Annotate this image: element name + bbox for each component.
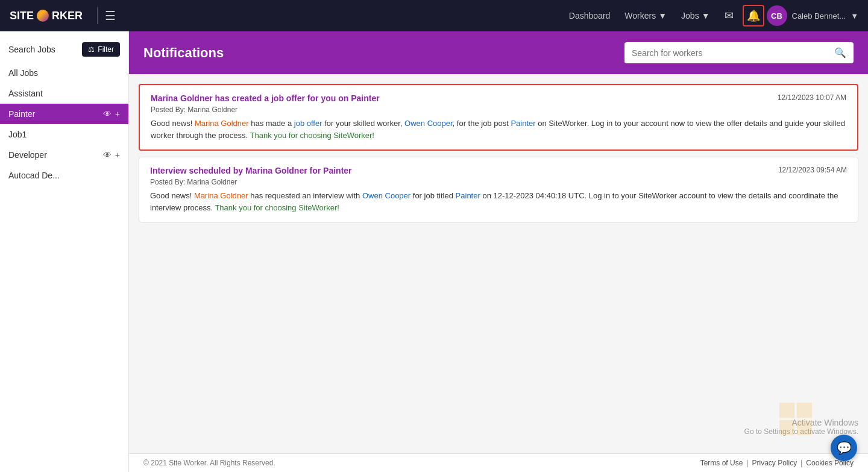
nav-dashboard[interactable]: Dashboard xyxy=(563,7,617,24)
sidebar-item-job1[interactable]: Job1 xyxy=(0,124,128,145)
hamburger-icon[interactable]: ☰ xyxy=(105,8,116,23)
workers-chevron-icon: ▼ xyxy=(658,11,667,20)
chat-bubble[interactable]: 💬 xyxy=(831,435,857,461)
nav-jobs[interactable]: Jobs ▼ xyxy=(675,7,715,24)
notif-highlight-thanks-2: Thank you for choosing SiteWorker! xyxy=(215,203,339,212)
brand-logo[interactable]: SITERKER xyxy=(10,10,83,22)
notif-highlight-name-2: Marina Goldner xyxy=(194,191,248,200)
footer-link-privacy[interactable]: Privacy Policy xyxy=(752,459,797,467)
eye-icon[interactable]: 👁 xyxy=(103,109,112,119)
notif-highlight-name-1: Marina Goldner xyxy=(195,119,249,128)
user-menu[interactable]: CB Caleb Bennet... ▼ xyxy=(767,5,859,26)
plus-icon-dev[interactable]: + xyxy=(115,150,120,160)
topnav: SITERKER ☰ Dashboard Workers ▼ Jobs ▼ ✉ … xyxy=(0,0,868,31)
notif-header-2: Interview scheduled by Marina Goldner fo… xyxy=(150,166,847,175)
filter-icon: ⚖ xyxy=(88,45,95,54)
sidebar-item-icons: 👁 + xyxy=(103,109,120,119)
brand-name: SITE xyxy=(10,10,34,22)
notification-icon-btn[interactable]: 🔔 xyxy=(743,5,764,27)
chat-icon: 💬 xyxy=(837,441,852,455)
notif-posted-1: Posted By: Marina Goldner xyxy=(151,105,846,114)
logo-circle-icon xyxy=(37,10,49,22)
footer-copyright: © 2021 Site Worker. All Rights Reserved. xyxy=(143,459,275,467)
avatar: CB xyxy=(767,5,787,26)
notif-body-1: Good news! Marina Goldner has made a job… xyxy=(151,118,846,141)
sidebar-item-assistant[interactable]: Assistant xyxy=(0,83,128,104)
search-button[interactable]: 🔍 xyxy=(827,42,854,63)
footer: © 2021 Site Worker. All Rights Reserved.… xyxy=(129,453,868,472)
sidebar-item-developer[interactable]: Developer 👁 + xyxy=(0,145,128,165)
plus-icon[interactable]: + xyxy=(115,109,120,119)
sidebar: Search Jobs ⚖ Filter All Jobs Assistant … xyxy=(0,31,129,472)
notification-card-2: Interview scheduled by Marina Goldner fo… xyxy=(139,157,858,222)
notif-posted-2: Posted By: Marina Goldner xyxy=(150,178,847,186)
page-header: Notifications 🔍 xyxy=(129,31,868,74)
filter-button[interactable]: ⚖ Filter xyxy=(82,42,120,57)
sidebar-item-painter[interactable]: Painter 👁 + xyxy=(0,104,128,124)
sidebar-search-label: Search Jobs xyxy=(8,45,55,54)
notif-highlight-job-1: Painter xyxy=(511,119,535,128)
page-title: Notifications xyxy=(143,45,224,61)
notif-date-2: 12/12/2023 09:54 AM xyxy=(778,166,847,174)
user-chevron-icon: ▼ xyxy=(851,11,858,20)
sidebar-developer-icons: 👁 + xyxy=(103,150,120,160)
nav-divider xyxy=(97,7,98,24)
notif-highlight-offer-1: job offer xyxy=(294,119,322,128)
footer-links: Terms of Use | Privacy Policy | Cookies … xyxy=(700,459,854,467)
search-bar: 🔍 xyxy=(624,42,854,63)
eye-icon-dev[interactable]: 👁 xyxy=(103,150,112,160)
search-icon: 🔍 xyxy=(834,48,846,58)
notif-date-1: 12/12/2023 10:07 AM xyxy=(778,93,846,102)
sidebar-item-all-jobs[interactable]: All Jobs xyxy=(0,63,128,83)
main-content: Notifications 🔍 Marina Goldner has creat… xyxy=(129,31,868,472)
notifications-list: Marina Goldner has created a job offer f… xyxy=(129,74,868,453)
jobs-chevron-icon: ▼ xyxy=(702,11,710,20)
nav-menu: Dashboard Workers ▼ Jobs ▼ ✉ 🔔 CB Caleb … xyxy=(563,5,858,27)
notif-highlight-thanks-1: Thank you for choosing SiteWorker! xyxy=(250,131,374,140)
notif-highlight-job-2: Painter xyxy=(456,191,480,200)
brand-name-worker: RKER xyxy=(52,10,83,22)
search-input[interactable] xyxy=(624,43,827,63)
notification-card-1: Marina Goldner has created a job offer f… xyxy=(139,84,858,151)
notif-title-1[interactable]: Marina Goldner has created a job offer f… xyxy=(151,93,380,103)
notif-body-2: Good news! Marina Goldner has requested … xyxy=(150,190,847,213)
layout: Search Jobs ⚖ Filter All Jobs Assistant … xyxy=(0,31,868,472)
notif-highlight-worker-1: Owen Cooper xyxy=(404,119,453,128)
sidebar-item-autocad[interactable]: Autocad De... xyxy=(0,165,128,186)
bell-icon: 🔔 xyxy=(747,9,760,22)
notif-header-1: Marina Goldner has created a job offer f… xyxy=(151,93,846,103)
sidebar-header: Search Jobs ⚖ Filter xyxy=(0,39,128,63)
mail-icon-btn[interactable]: ✉ xyxy=(719,5,740,27)
footer-link-terms[interactable]: Terms of Use xyxy=(700,459,743,467)
username-label: Caleb Bennet... xyxy=(792,11,846,20)
notif-highlight-worker-2: Owen Cooper xyxy=(362,191,410,200)
notif-title-2[interactable]: Interview scheduled by Marina Goldner fo… xyxy=(150,166,352,175)
nav-workers[interactable]: Workers ▼ xyxy=(618,7,673,24)
